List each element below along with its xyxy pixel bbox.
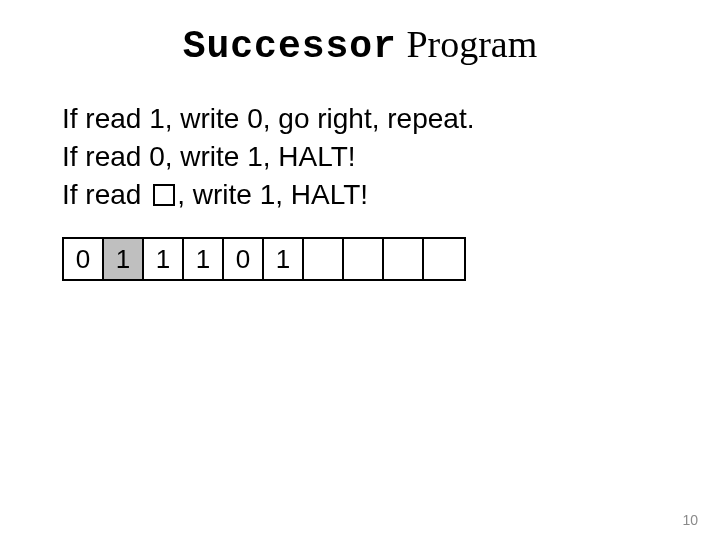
tape: 011101 (62, 237, 466, 281)
tape-cell: 1 (264, 239, 304, 279)
tape-cell: 1 (104, 239, 144, 279)
tape-cell (424, 239, 464, 279)
title-word-mono: Successor (183, 25, 397, 68)
rule-line-3: If read , write 1, HALT! (62, 176, 720, 214)
blank-symbol-icon (153, 184, 175, 206)
slide-title: Successor Program (0, 22, 720, 68)
tape-cell: 1 (184, 239, 224, 279)
tape-cell: 1 (144, 239, 184, 279)
tape-cell (304, 239, 344, 279)
rule-line-3a: If read (62, 179, 149, 210)
tape-cell: 0 (64, 239, 104, 279)
rule-line-3b: , write 1, HALT! (177, 179, 368, 210)
tape-cell (384, 239, 424, 279)
title-word-rest: Program (397, 23, 537, 65)
rule-line-2: If read 0, write 1, HALT! (62, 138, 720, 176)
tape-cell (344, 239, 384, 279)
tape-cell: 0 (224, 239, 264, 279)
page-number: 10 (682, 512, 698, 528)
rule-line-1: If read 1, write 0, go right, repeat. (62, 100, 720, 138)
rules-block: If read 1, write 0, go right, repeat. If… (62, 100, 720, 213)
